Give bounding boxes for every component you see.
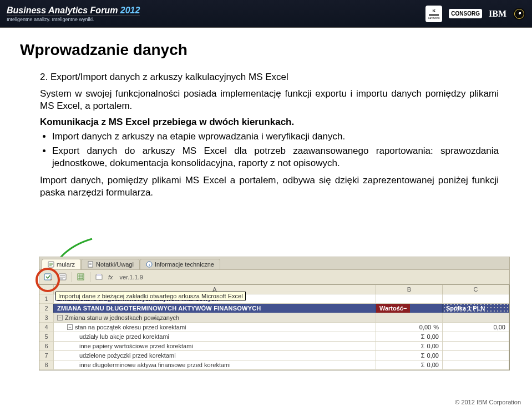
row4-label: −stan na początek okresu przed korektami xyxy=(54,323,376,332)
rownum-2: 2 xyxy=(39,304,54,313)
grid-row-4: 4 −stan na początek okresu przed korekta… xyxy=(39,323,509,332)
row6-label: inne papiery wartościowe przed korektami xyxy=(54,342,376,350)
slide-content: Wprowadzanie danych 2. Export/Import dan… xyxy=(0,28,532,199)
row8-label: inne długoterminowe aktywa finansowe prz… xyxy=(54,360,376,369)
header-logos: K KATOWICE CONSORG IBM xyxy=(425,6,525,22)
info-icon: i xyxy=(146,261,153,268)
svg-rect-0 xyxy=(429,14,439,16)
row4-val-b[interactable]: 0,00% xyxy=(376,323,443,332)
globe-icon xyxy=(513,8,525,20)
app-screenshot: mularz Notatki/Uwagi i Informacje techni… xyxy=(39,257,510,370)
svg-rect-9 xyxy=(97,274,101,276)
toolbar-button-2[interactable] xyxy=(57,272,68,283)
sigma-icon: Σ xyxy=(421,343,425,349)
paragraph-2: Komunikacja z MS Excel przebiega w dwóch… xyxy=(40,116,499,128)
bullet-list: Import danych z arkuszy na etapie wprowa… xyxy=(40,131,499,169)
row6-val-b[interactable]: Σ0,00 xyxy=(376,342,443,350)
kw-logo: K KATOWICE xyxy=(425,6,442,22)
grid-row-8: 8 inne długoterminowe aktywa finansowe p… xyxy=(39,360,509,370)
tab-formularz[interactable]: mularz xyxy=(42,259,81,269)
tab-bar: mularz Notatki/Uwagi i Informacje techni… xyxy=(39,257,510,269)
sigma-icon: Σ xyxy=(421,352,425,359)
fx-label: fx xyxy=(108,274,113,280)
rownum-5: 5 xyxy=(39,332,54,341)
grid-row-5: 5 udziały lub akcje przed korektami Σ0,0… xyxy=(39,332,509,342)
rownum-4: 4 xyxy=(39,323,54,332)
import-tooltip: Importuj dane z bieżącej zakładki otwart… xyxy=(55,292,246,300)
col-c: C xyxy=(443,285,509,294)
footer-copyright: © 2012 IBM Corporation xyxy=(455,399,521,405)
tab-formularz-label: mularz xyxy=(57,261,75,268)
row7-val-b[interactable]: Σ0,00 xyxy=(376,351,443,360)
pct-icon: % xyxy=(433,324,439,330)
row7-label: udzielone pożyczki przed korektami xyxy=(54,351,376,360)
item-head: 2. Export/Import danych z arkuszy kalkul… xyxy=(40,71,499,83)
row2-label: ZMIANA STANU DŁUGOTERMINOWYCH AKTYWÓW FI… xyxy=(54,304,376,313)
form-icon xyxy=(48,261,54,268)
row8-val-b[interactable]: Σ0,00 xyxy=(376,360,443,369)
slide-title: Wprowadzanie danych xyxy=(20,41,512,59)
row3-label: −Zmiana stanu w jednostkach powiązanych xyxy=(54,313,376,322)
grid-row-2: 2 ZMIANA STANU DŁUGOTERMINOWYCH AKTYWÓW … xyxy=(39,304,509,313)
tab-notatki-label: Notatki/Uwagi xyxy=(96,261,134,268)
header-left: Business Analytics Forum 2012 Inteligent… xyxy=(7,6,140,22)
rownum-8: 8 xyxy=(39,360,54,369)
row5-label: udziały lub akcje przed korektami xyxy=(54,332,376,341)
row2-wartosc: Wartość− xyxy=(376,304,410,313)
consorg-logo: CONSORG xyxy=(449,9,482,18)
rownum-7: 7 xyxy=(39,351,54,360)
tree-collapse-icon[interactable]: − xyxy=(57,315,63,320)
svg-rect-5 xyxy=(44,274,51,280)
paragraph-1: System w swojej funkcjonalności posiada … xyxy=(40,88,499,112)
header-title: Business Analytics Forum 2012 xyxy=(7,6,140,16)
toolbar-button-3[interactable] xyxy=(75,272,87,283)
bullet-1: Import danych z arkuszy na etapie wprowa… xyxy=(52,131,499,143)
header-bar: Business Analytics Forum 2012 Inteligent… xyxy=(0,0,532,28)
grid-row-7: 7 udzielone pożyczki przed korektami Σ0,… xyxy=(39,351,509,360)
collapse-icon[interactable]: − xyxy=(403,305,407,312)
rownum-1: 1 xyxy=(39,294,54,303)
rownum-6: 6 xyxy=(39,342,54,350)
sigma-icon: Σ xyxy=(421,333,425,340)
svg-rect-7 xyxy=(78,274,84,280)
slide-body: 2. Export/Import danych z arkuszy kalkul… xyxy=(20,71,512,199)
toolbar: fx ver.1.1.9 xyxy=(39,269,510,285)
tab-informacje-label: Informacje techniczne xyxy=(155,261,214,268)
row5-val-b[interactable]: Σ0,00 xyxy=(376,332,443,341)
paragraph-3: Import danych, pomiędzy plikami MS Excel… xyxy=(40,174,499,199)
bullet-2: Export danych do arkuszy MS Excel dla po… xyxy=(52,145,499,169)
grid-row-3: 3 −Zmiana stanu w jednostkach powiązanyc… xyxy=(39,313,509,323)
sigma-icon: Σ xyxy=(421,362,425,368)
grid-row-6: 6 inne papiery wartościowe przed korekta… xyxy=(39,342,509,351)
header-subtitle: Inteligentne analizy. Inteligentne wynik… xyxy=(7,16,140,22)
import-excel-button[interactable] xyxy=(43,272,54,283)
toolbar-button-4[interactable] xyxy=(94,272,105,283)
tab-notatki[interactable]: Notatki/Uwagi xyxy=(81,259,140,269)
row2-spolka: Spółka 1 PLN xyxy=(443,304,509,313)
tree-collapse-icon[interactable]: − xyxy=(67,324,73,330)
row4-val-c[interactable]: 0,00 xyxy=(443,323,509,332)
header-title-main: Business Analytics Forum xyxy=(7,6,118,15)
header-title-year: 2012 xyxy=(120,6,140,15)
ibm-logo: IBM xyxy=(489,9,506,19)
rownum-3: 3 xyxy=(39,313,54,322)
note-icon xyxy=(87,261,94,268)
corner-cell xyxy=(39,285,54,294)
version-label: ver.1.1.9 xyxy=(120,274,143,280)
tab-informacje[interactable]: i Informacje techniczne xyxy=(140,259,220,269)
col-b: B xyxy=(376,285,443,294)
